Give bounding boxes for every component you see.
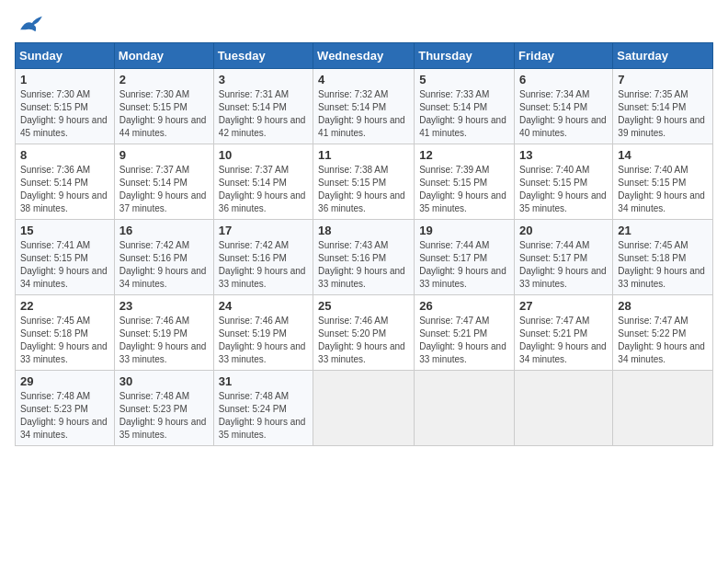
- day-number: 14: [618, 148, 708, 162]
- day-detail: Sunrise: 7:32 AMSunset: 5:14 PMDaylight:…: [318, 89, 405, 138]
- calendar-week-row: 1 Sunrise: 7:30 AMSunset: 5:15 PMDayligh…: [16, 69, 713, 144]
- calendar-cell: 25 Sunrise: 7:46 AMSunset: 5:20 PMDaylig…: [313, 295, 415, 371]
- calendar-week-row: 15 Sunrise: 7:41 AMSunset: 5:15 PMDaylig…: [16, 220, 713, 295]
- day-number: 24: [219, 299, 308, 313]
- day-number: 1: [20, 73, 109, 86]
- day-number: 11: [318, 148, 409, 162]
- calendar-week-row: 8 Sunrise: 7:36 AMSunset: 5:14 PMDayligh…: [16, 144, 713, 220]
- day-detail: Sunrise: 7:34 AMSunset: 5:14 PMDaylight:…: [519, 89, 607, 138]
- calendar-cell: 8 Sunrise: 7:36 AMSunset: 5:14 PMDayligh…: [16, 144, 115, 220]
- header-wednesday: Wednesday: [313, 43, 415, 69]
- day-number: 31: [219, 374, 308, 388]
- calendar-cell: 21 Sunrise: 7:45 AMSunset: 5:18 PMDaylig…: [613, 220, 713, 295]
- day-number: 3: [219, 73, 308, 86]
- day-number: 4: [318, 73, 409, 86]
- day-number: 26: [419, 299, 509, 313]
- calendar-cell: 19 Sunrise: 7:44 AMSunset: 5:17 PMDaylig…: [415, 220, 515, 295]
- day-detail: Sunrise: 7:44 AMSunset: 5:17 PMDaylight:…: [419, 240, 506, 289]
- calendar-cell: 22 Sunrise: 7:45 AMSunset: 5:18 PMDaylig…: [16, 295, 115, 371]
- day-detail: Sunrise: 7:35 AMSunset: 5:14 PMDaylight:…: [618, 89, 705, 138]
- page-header: [15, 15, 713, 33]
- calendar-cell: 13 Sunrise: 7:40 AMSunset: 5:15 PMDaylig…: [515, 144, 613, 220]
- calendar-cell: 20 Sunrise: 7:44 AMSunset: 5:17 PMDaylig…: [515, 220, 613, 295]
- calendar-cell: 17 Sunrise: 7:42 AMSunset: 5:16 PMDaylig…: [213, 220, 313, 295]
- calendar-cell: 7 Sunrise: 7:35 AMSunset: 5:14 PMDayligh…: [613, 69, 713, 144]
- day-number: 21: [618, 224, 708, 237]
- calendar-cell: 29 Sunrise: 7:48 AMSunset: 5:23 PMDaylig…: [16, 371, 115, 446]
- calendar-cell: [613, 371, 713, 446]
- calendar-cell: 27 Sunrise: 7:47 AMSunset: 5:21 PMDaylig…: [515, 295, 613, 371]
- day-detail: Sunrise: 7:31 AMSunset: 5:14 PMDaylight:…: [219, 89, 306, 138]
- calendar-cell: 28 Sunrise: 7:47 AMSunset: 5:22 PMDaylig…: [613, 295, 713, 371]
- day-number: 5: [419, 73, 509, 86]
- day-detail: Sunrise: 7:37 AMSunset: 5:14 PMDaylight:…: [119, 165, 207, 213]
- calendar-cell: 14 Sunrise: 7:40 AMSunset: 5:15 PMDaylig…: [613, 144, 713, 220]
- calendar-week-row: 29 Sunrise: 7:48 AMSunset: 5:23 PMDaylig…: [16, 371, 713, 446]
- day-number: 7: [618, 73, 708, 86]
- day-number: 10: [219, 148, 308, 162]
- day-detail: Sunrise: 7:36 AMSunset: 5:14 PMDaylight:…: [20, 165, 108, 213]
- day-number: 29: [20, 374, 109, 388]
- header-thursday: Thursday: [415, 43, 515, 69]
- calendar-cell: 24 Sunrise: 7:46 AMSunset: 5:19 PMDaylig…: [213, 295, 313, 371]
- day-number: 13: [519, 148, 608, 162]
- calendar-cell: 15 Sunrise: 7:41 AMSunset: 5:15 PMDaylig…: [16, 220, 115, 295]
- header-monday: Monday: [114, 43, 213, 69]
- day-detail: Sunrise: 7:40 AMSunset: 5:15 PMDaylight:…: [618, 165, 705, 213]
- calendar-cell: 12 Sunrise: 7:39 AMSunset: 5:15 PMDaylig…: [415, 144, 515, 220]
- logo-bird-icon: [18, 15, 44, 33]
- day-detail: Sunrise: 7:47 AMSunset: 5:21 PMDaylight:…: [419, 316, 506, 364]
- day-detail: Sunrise: 7:43 AMSunset: 5:16 PMDaylight:…: [318, 240, 405, 289]
- day-number: 16: [119, 224, 209, 237]
- calendar-cell: 3 Sunrise: 7:31 AMSunset: 5:14 PMDayligh…: [213, 69, 313, 144]
- day-number: 9: [119, 148, 209, 162]
- day-detail: Sunrise: 7:46 AMSunset: 5:20 PMDaylight:…: [318, 316, 405, 364]
- day-number: 18: [318, 224, 409, 237]
- calendar-week-row: 22 Sunrise: 7:45 AMSunset: 5:18 PMDaylig…: [16, 295, 713, 371]
- day-detail: Sunrise: 7:37 AMSunset: 5:14 PMDaylight:…: [219, 165, 306, 213]
- calendar-cell: [415, 371, 515, 446]
- day-detail: Sunrise: 7:30 AMSunset: 5:15 PMDaylight:…: [119, 89, 207, 138]
- header-tuesday: Tuesday: [213, 43, 313, 69]
- calendar-cell: 16 Sunrise: 7:42 AMSunset: 5:16 PMDaylig…: [114, 220, 213, 295]
- calendar-cell: 10 Sunrise: 7:37 AMSunset: 5:14 PMDaylig…: [213, 144, 313, 220]
- calendar-table: SundayMondayTuesdayWednesdayThursdayFrid…: [15, 42, 713, 446]
- day-number: 20: [519, 224, 608, 237]
- calendar-cell: 18 Sunrise: 7:43 AMSunset: 5:16 PMDaylig…: [313, 220, 415, 295]
- day-detail: Sunrise: 7:46 AMSunset: 5:19 PMDaylight:…: [219, 316, 306, 364]
- calendar-cell: 2 Sunrise: 7:30 AMSunset: 5:15 PMDayligh…: [114, 69, 213, 144]
- day-detail: Sunrise: 7:48 AMSunset: 5:24 PMDaylight:…: [219, 391, 306, 440]
- calendar-cell: 11 Sunrise: 7:38 AMSunset: 5:15 PMDaylig…: [313, 144, 415, 220]
- calendar-cell: 31 Sunrise: 7:48 AMSunset: 5:24 PMDaylig…: [213, 371, 313, 446]
- day-number: 17: [219, 224, 308, 237]
- calendar-cell: 9 Sunrise: 7:37 AMSunset: 5:14 PMDayligh…: [114, 144, 213, 220]
- day-detail: Sunrise: 7:44 AMSunset: 5:17 PMDaylight:…: [519, 240, 607, 289]
- day-number: 22: [20, 299, 109, 313]
- calendar-cell: 6 Sunrise: 7:34 AMSunset: 5:14 PMDayligh…: [515, 69, 613, 144]
- day-detail: Sunrise: 7:42 AMSunset: 5:16 PMDaylight:…: [219, 240, 306, 289]
- day-detail: Sunrise: 7:40 AMSunset: 5:15 PMDaylight:…: [519, 165, 607, 213]
- day-number: 12: [419, 148, 509, 162]
- day-number: 8: [20, 148, 109, 162]
- header-saturday: Saturday: [613, 43, 713, 69]
- day-number: 6: [519, 73, 608, 86]
- day-number: 30: [119, 374, 209, 388]
- calendar-cell: 1 Sunrise: 7:30 AMSunset: 5:15 PMDayligh…: [16, 69, 115, 144]
- day-number: 23: [119, 299, 209, 313]
- day-detail: Sunrise: 7:39 AMSunset: 5:15 PMDaylight:…: [419, 165, 506, 213]
- calendar-cell: 26 Sunrise: 7:47 AMSunset: 5:21 PMDaylig…: [415, 295, 515, 371]
- calendar-cell: 4 Sunrise: 7:32 AMSunset: 5:14 PMDayligh…: [313, 69, 415, 144]
- day-detail: Sunrise: 7:45 AMSunset: 5:18 PMDaylight:…: [20, 316, 108, 364]
- day-number: 25: [318, 299, 409, 313]
- header-sunday: Sunday: [16, 43, 115, 69]
- calendar-cell: [313, 371, 415, 446]
- day-detail: Sunrise: 7:47 AMSunset: 5:22 PMDaylight:…: [618, 316, 705, 364]
- day-detail: Sunrise: 7:38 AMSunset: 5:15 PMDaylight:…: [318, 165, 405, 213]
- calendar-cell: 30 Sunrise: 7:48 AMSunset: 5:23 PMDaylig…: [114, 371, 213, 446]
- calendar-header-row: SundayMondayTuesdayWednesdayThursdayFrid…: [16, 43, 713, 69]
- calendar-cell: [515, 371, 613, 446]
- day-detail: Sunrise: 7:47 AMSunset: 5:21 PMDaylight:…: [519, 316, 607, 364]
- day-detail: Sunrise: 7:33 AMSunset: 5:14 PMDaylight:…: [419, 89, 506, 138]
- day-number: 19: [419, 224, 509, 237]
- day-number: 27: [519, 299, 608, 313]
